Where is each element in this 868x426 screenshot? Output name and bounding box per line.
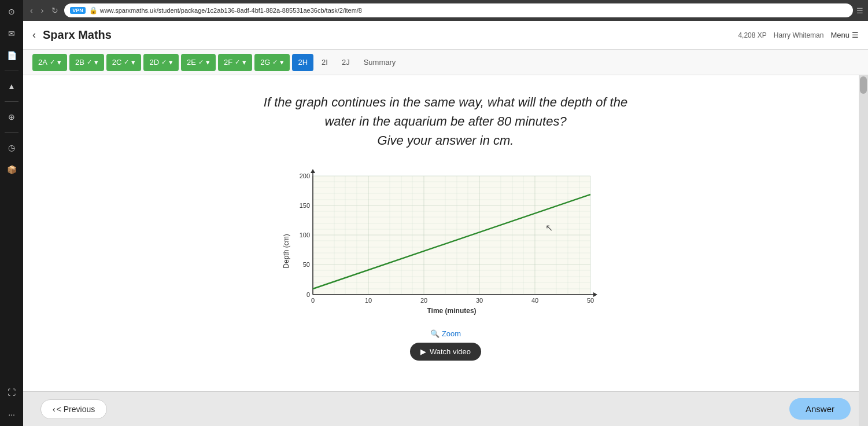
tab-2H[interactable]: 2H: [292, 54, 313, 71]
svg-text:↖: ↖: [545, 223, 553, 233]
main-content: If the graph continues in the same way, …: [23, 75, 868, 426]
app-back-button[interactable]: ‹: [32, 29, 36, 41]
zoom-icon: 🔍: [430, 329, 439, 338]
sidebar-icon-6[interactable]: ◷: [5, 141, 19, 155]
username: Harry Whiteman: [774, 31, 824, 39]
scrollbar-thumb[interactable]: [860, 76, 867, 94]
svg-text:50: 50: [302, 261, 309, 268]
content-panel: If the graph continues in the same way, …: [23, 75, 868, 391]
browser-menu-icon[interactable]: ☰: [856, 6, 863, 15]
menu-button[interactable]: Menu ☰: [830, 31, 859, 39]
svg-text:150: 150: [299, 202, 309, 209]
sidebar-icon-1[interactable]: ⊙: [5, 5, 19, 19]
browser-window: ‹ › ↻ VPN 🔒 www.sparxmaths.uk/student/pa…: [23, 0, 868, 426]
svg-text:0: 0: [311, 297, 314, 304]
svg-text:30: 30: [475, 297, 482, 304]
tab-summary[interactable]: Summary: [358, 54, 402, 71]
svg-rect-0: [313, 176, 590, 295]
y-axis-label: Depth (cm): [282, 234, 290, 268]
sidebar-icon-2[interactable]: ✉: [5, 27, 19, 41]
zoom-link[interactable]: 🔍 Zoom: [430, 329, 461, 338]
bottom-center-controls: 🔍 Zoom ▶ Watch video: [410, 329, 481, 361]
svg-text:0: 0: [306, 291, 309, 298]
graph-container: Depth (cm): [278, 167, 614, 324]
sidebar-icon-8[interactable]: ⛶: [5, 385, 19, 399]
svg-text:200: 200: [299, 172, 309, 179]
svg-text:20: 20: [420, 297, 427, 304]
previous-button[interactable]: ‹ < Previous: [40, 399, 107, 419]
watch-video-button[interactable]: ▶ Watch video: [410, 343, 481, 361]
svg-text:Time (minutes): Time (minutes): [427, 307, 476, 315]
app-title: Sparx Maths: [43, 28, 738, 42]
tab-2D[interactable]: 2D ✓ ▾: [143, 54, 179, 71]
tab-2F[interactable]: 2F ✓ ▾: [218, 54, 252, 71]
graph-svg: Depth (cm): [278, 167, 614, 324]
tab-2J[interactable]: 2J: [336, 54, 356, 71]
tab-2G[interactable]: 2G ✓ ▾: [254, 54, 290, 71]
svg-text:40: 40: [531, 297, 538, 304]
tab-2I[interactable]: 2I: [316, 54, 334, 71]
scrollbar[interactable]: [859, 75, 868, 426]
svg-text:50: 50: [586, 297, 593, 304]
answer-button[interactable]: Answer: [789, 398, 851, 420]
tab-2A[interactable]: 2A ✓ ▾: [32, 54, 67, 71]
bottom-controls: ‹ < Previous Answer: [23, 391, 868, 426]
url-bar[interactable]: VPN 🔒 www.sparxmaths.uk/student/package/…: [64, 3, 853, 17]
vpn-badge: VPN: [70, 7, 86, 14]
sidebar-icon-dots[interactable]: ···: [5, 407, 19, 421]
svg-text:100: 100: [299, 232, 309, 238]
forward-button[interactable]: ›: [39, 5, 46, 16]
url-text: www.sparxmaths.uk/student/package/1c2ab1…: [100, 7, 362, 14]
sidebar-icon-5[interactable]: ⊕: [5, 110, 19, 124]
refresh-button[interactable]: ↻: [49, 5, 61, 16]
sidebar-icon-3[interactable]: 📄: [5, 49, 19, 63]
app-header: ‹ Sparx Maths 4,208 XP Harry Whiteman Me…: [23, 21, 868, 50]
back-button[interactable]: ‹: [28, 5, 35, 16]
sidebar-icon-4[interactable]: ▲: [5, 79, 19, 93]
question-text: If the graph continues in the same way, …: [264, 93, 627, 150]
xp-badge: 4,208 XP: [738, 31, 766, 39]
left-sidebar: ⊙ ✉ 📄 ▲ ⊕ ◷ 📦 ⛶ ···: [0, 0, 23, 426]
svg-marker-57: [311, 169, 315, 173]
prev-arrow-icon: ‹: [53, 405, 56, 414]
tab-2E[interactable]: 2E ✓ ▾: [181, 54, 216, 71]
svg-marker-55: [593, 292, 597, 297]
video-icon: ▶: [420, 347, 426, 356]
svg-text:10: 10: [364, 297, 371, 304]
sidebar-icon-7[interactable]: 📦: [5, 163, 19, 177]
user-info: 4,208 XP Harry Whiteman Menu ☰: [738, 31, 859, 39]
tab-2C[interactable]: 2C ✓ ▾: [106, 54, 142, 71]
tab-2B[interactable]: 2B ✓ ▾: [69, 54, 104, 71]
browser-topbar: ‹ › ↻ VPN 🔒 www.sparxmaths.uk/student/pa…: [23, 0, 868, 21]
lock-icon: 🔒: [89, 6, 98, 14]
nav-tabs: 2A ✓ ▾ 2B ✓ ▾ 2C ✓ ▾ 2D ✓ ▾ 2E ✓ ▾ 2F ✓ …: [23, 50, 868, 75]
